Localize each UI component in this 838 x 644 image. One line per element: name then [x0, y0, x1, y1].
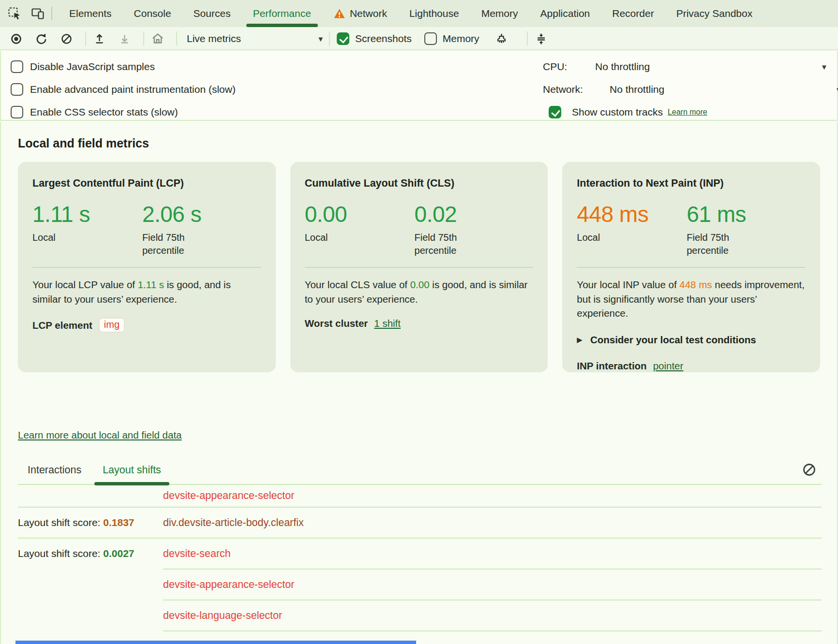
capture-settings: Disable JavaScript samples Enable advanc… — [0, 51, 838, 121]
cls-local-value: 0.00 — [305, 201, 415, 227]
tab-interactions[interactable]: Interactions — [28, 464, 81, 476]
field-label: Field 75th percentile — [687, 231, 764, 257]
lcp-card: Largest Contentful Paint (LCP) 1.11 s Lo… — [18, 162, 276, 372]
layout-shift-row: Layout shift score: 0.0027 devsite-searc… — [18, 539, 822, 569]
page-title: Local and field metrics — [18, 136, 149, 150]
inp-description: Your local INP value of 448 ms needs imp… — [577, 278, 806, 321]
collect-garbage-icon[interactable] — [495, 32, 509, 45]
local-label: Local — [305, 231, 382, 244]
inp-card: Interaction to Next Paint (INP) 448 ms L… — [562, 162, 820, 372]
home-icon[interactable] — [151, 32, 165, 45]
lcp-local-value: 1.11 s — [32, 201, 142, 227]
shift-node-link[interactable]: div.devsite-article-body.clearfix — [163, 517, 304, 529]
tab-layout-shifts[interactable]: Layout shifts — [103, 464, 161, 476]
tabbar-divider — [51, 7, 52, 20]
layout-shift-row: devsite-appearance-selector — [18, 570, 822, 600]
chevron-down-icon[interactable]: ▼ — [821, 63, 828, 71]
toolbar-divider — [176, 31, 177, 46]
advanced-paint-label: Enable advanced paint instrumentation (s… — [30, 84, 236, 95]
tab-privacy-sandbox[interactable]: Privacy Sandbox — [665, 0, 764, 27]
card-divider — [305, 267, 534, 268]
tab-application[interactable]: Application — [529, 0, 601, 27]
tab-lighthouse[interactable]: Lighthouse — [398, 0, 470, 27]
shift-node-link[interactable]: devsite-search — [163, 548, 231, 560]
clear-icon[interactable] — [60, 32, 75, 45]
log-section: Interactions Layout shifts devsite-appea… — [1, 459, 837, 644]
shift-node-link[interactable]: devsite-appearance-selector — [163, 579, 294, 591]
memory-checkbox[interactable] — [424, 32, 437, 45]
worst-cluster-link[interactable]: 1 shift — [374, 318, 401, 329]
toolbar-divider — [85, 31, 86, 46]
local-test-conditions-disclosure[interactable]: ▶ Consider your local test conditions — [577, 334, 806, 346]
custom-tracks-checkbox[interactable] — [549, 106, 561, 118]
local-label: Local — [32, 231, 110, 244]
tab-network[interactable]: Network — [322, 0, 398, 27]
learn-more-field-data-link[interactable]: Learn more about local and field data — [18, 429, 181, 441]
tab-console[interactable]: Console — [123, 0, 182, 27]
tab-recorder[interactable]: Recorder — [601, 0, 665, 27]
lcp-element-label: LCP element — [32, 320, 92, 331]
field-label: Field 75th percentile — [142, 231, 220, 257]
record-and-reload-icon[interactable] — [35, 32, 49, 45]
shift-node-link[interactable]: devsite-appearance-selector — [163, 490, 294, 502]
memory-label: Memory — [443, 33, 479, 44]
load-profile-icon[interactable] — [93, 32, 107, 45]
shift-score: 0.1837 — [103, 517, 134, 528]
tab-performance[interactable]: Performance — [242, 0, 322, 27]
network-throttle-select[interactable]: No throttling — [610, 84, 664, 95]
cpu-throttle-label: CPU: — [543, 61, 595, 73]
cls-card-title: Cumulative Layout Shift (CLS) — [305, 177, 534, 190]
inp-local-value: 448 ms — [577, 201, 687, 227]
live-metrics-view: Local and field metrics Largest Contentf… — [0, 122, 838, 644]
worst-cluster-label: Worst cluster — [305, 318, 368, 329]
collapse-panel-icon[interactable] — [535, 32, 549, 45]
disable-js-samples-checkbox[interactable] — [11, 60, 23, 73]
cls-card: Cumulative Layout Shift (CLS) 0.00 Local… — [290, 162, 548, 372]
inp-interaction-label: INP interaction — [577, 360, 646, 372]
tab-elements[interactable]: Elements — [58, 0, 123, 27]
selection-highlight-strip — [15, 641, 416, 644]
layout-shift-row: devsite-appearance-selector — [18, 485, 822, 507]
css-selector-stats-checkbox[interactable] — [11, 106, 23, 118]
device-toolbar-icon[interactable] — [31, 7, 45, 20]
screenshots-checkbox[interactable] — [337, 32, 349, 45]
save-profile-icon[interactable] — [118, 32, 133, 45]
chevron-down-icon[interactable]: ▼ — [835, 86, 838, 94]
shift-score: 0.0027 — [103, 548, 134, 559]
custom-tracks-label: Show custom tracks — [572, 106, 663, 118]
lcp-description: Your local LCP value of 1.11 s is good, … — [32, 278, 261, 306]
layout-shift-row: Layout shift score: 0.1837 div.devsite-a… — [18, 508, 822, 538]
panel-tabs: Elements Console Sources Performance Net… — [58, 0, 838, 27]
screenshots-label: Screenshots — [355, 33, 412, 44]
custom-tracks-learn-more-link[interactable]: Learn more — [668, 108, 707, 117]
tab-sources[interactable]: Sources — [182, 0, 242, 27]
performance-toolbar: Live metrics ▼ Screenshots Memory — [0, 28, 838, 50]
network-throttle-label: Network: — [543, 84, 595, 95]
advanced-paint-checkbox[interactable] — [11, 83, 23, 96]
inp-interaction-link[interactable]: pointer — [653, 360, 684, 372]
lcp-card-title: Largest Contentful Paint (LCP) — [32, 177, 261, 190]
card-divider — [577, 267, 806, 268]
lcp-element-node-link[interactable]: img — [99, 318, 125, 333]
card-divider — [32, 267, 261, 268]
clear-log-icon[interactable] — [802, 462, 817, 477]
disclosure-triangle-icon: ▶ — [577, 336, 583, 344]
toolbar-divider — [527, 31, 528, 46]
inp-field-value: 61 ms — [687, 201, 806, 227]
css-selector-stats-label: Enable CSS selector stats (slow) — [30, 106, 178, 118]
shift-node-link[interactable]: devsite-language-selector — [163, 610, 282, 622]
toolbar-divider — [329, 31, 330, 46]
field-label: Field 75th percentile — [415, 231, 492, 257]
layout-shift-row: devsite-language-selector — [18, 600, 822, 630]
cpu-throttle-select[interactable]: No throttling — [595, 61, 650, 73]
warning-icon — [333, 8, 345, 19]
history-select[interactable]: Live metrics ▼ — [184, 33, 329, 44]
cls-field-value: 0.02 — [415, 201, 534, 227]
inspect-element-icon[interactable] — [8, 7, 21, 20]
chevron-down-icon: ▼ — [317, 35, 324, 43]
local-label: Local — [577, 231, 654, 244]
inp-card-title: Interaction to Next Paint (INP) — [577, 177, 806, 190]
record-icon[interactable] — [10, 32, 24, 45]
disable-js-samples-label: Disable JavaScript samples — [30, 61, 155, 73]
tab-memory[interactable]: Memory — [470, 0, 529, 27]
